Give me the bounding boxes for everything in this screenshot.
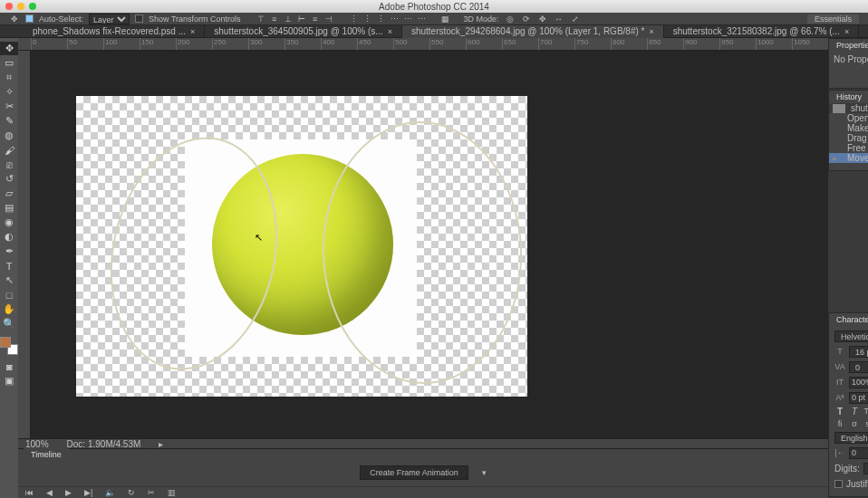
history-tab[interactable]: History [829,91,868,103]
workspace-switcher[interactable]: Essentials [807,14,859,24]
baseline-input[interactable] [849,392,868,404]
allcaps-button[interactable]: TT [863,407,868,417]
distribute-vcenter-icon[interactable]: ⋮ [362,14,373,24]
timeline-dropdown-icon[interactable]: ▾ [482,468,487,477]
healing-brush-tool[interactable]: ◍ [0,129,18,142]
vertical-ruler [18,51,31,438]
eyedropper-tool[interactable]: ✎ [0,114,18,128]
kerning-select[interactable]: 0 [849,361,868,373]
zoom-tool[interactable]: 🔍 [0,317,18,330]
close-tab-icon[interactable]: × [388,27,392,36]
digits-select[interactable]: Arabic (012... [863,463,868,474]
lasso-tool[interactable]: ⌗ [0,71,18,84]
properties-tab[interactable]: Properties [829,39,868,52]
quick-mask-toggle[interactable]: ◙ [0,359,18,373]
screen-mode-toggle[interactable]: ▣ [0,374,18,388]
distribute-right-icon[interactable]: ⋯ [417,14,428,24]
track-input[interactable] [849,447,868,459]
timeline-tab[interactable]: Timeline [24,448,69,461]
document-tab-3[interactable]: shutterstock_321580382.jpg @ 66.7% (...× [664,25,859,38]
bold-button[interactable]: T [834,407,845,417]
align-vcenter-icon[interactable]: ≡ [269,14,280,24]
play-button[interactable]: ▶ [65,488,72,497]
align-top-icon[interactable]: ⊤ [256,14,266,24]
3d-pan-icon[interactable]: ✥ [537,14,548,24]
close-window-button[interactable] [5,3,13,10]
history-brush-tool[interactable]: ↺ [0,172,18,186]
move-tool[interactable]: ✥ [0,42,18,55]
font-size-select[interactable]: 16 pt [849,346,868,358]
ligatures-button[interactable]: fi [834,419,845,428]
clone-stamp-tool[interactable]: ⎚ [0,158,18,171]
distribute-left-icon[interactable]: ⋯ [390,14,400,24]
show-transform-checkbox[interactable] [135,14,143,23]
3d-scale-icon[interactable]: ⤢ [570,14,581,24]
align-left-icon[interactable]: ⊢ [296,14,307,24]
canvas-viewport[interactable]: ↖ [31,51,828,438]
path-selection-tool[interactable]: ↖ [0,273,18,287]
align-right-icon[interactable]: ⊣ [323,14,334,24]
language-select[interactable]: English: UK [834,432,868,444]
image-layer[interactable] [185,139,417,357]
pen-tool[interactable]: ✒ [0,244,18,258]
status-popup-icon[interactable]: ▸ [159,439,163,449]
magic-wand-tool[interactable]: ✧ [0,85,18,99]
3d-orbit-icon[interactable]: ◎ [505,14,516,24]
auto-select-checkbox[interactable] [25,14,34,23]
minimize-window-button[interactable] [17,3,24,10]
first-frame-button[interactable]: ⏮ [25,488,34,497]
distribute-bottom-icon[interactable]: ⋮ [376,14,387,24]
auto-select-label: Auto-Select: [39,14,83,24]
close-tab-icon[interactable]: × [844,27,849,36]
crop-tool[interactable]: ✂ [0,100,18,113]
distribute-top-icon[interactable]: ⋮ [349,14,360,24]
brush-tool[interactable]: 🖌 [0,143,18,157]
rectangular-marquee-tool[interactable]: ▭ [0,56,18,70]
digits-label: Digits: [834,464,860,474]
align-hcenter-icon[interactable]: ≡ [310,14,321,24]
document-canvas[interactable]: ↖ [76,96,527,397]
transition-button[interactable]: ▥ [168,488,176,497]
dodge-tool[interactable]: ◐ [0,230,18,244]
document-tab-1[interactable]: shutterstock_364500905.jpg @ 100% (s...× [205,25,402,38]
italic-button[interactable]: T [849,407,860,417]
gradient-tool[interactable]: ▤ [0,201,18,215]
history-step[interactable]: ▸Move [829,153,868,163]
history-step[interactable]: Make Layer [829,123,868,133]
audio-button[interactable]: 🔈 [105,488,115,497]
stylistic-button[interactable]: st [863,419,868,428]
blur-tool[interactable]: ◉ [0,215,18,229]
vscale-input[interactable] [849,377,868,388]
prev-frame-button[interactable]: ◀ [46,488,53,497]
justification-checkbox[interactable] [834,480,843,488]
3d-roll-icon[interactable]: ⟳ [521,14,532,24]
create-frame-animation-button[interactable]: Create Frame Animation [360,465,468,480]
split-button[interactable]: ✂ [148,488,155,497]
character-tab[interactable]: Character [829,313,868,326]
font-family-select[interactable]: Helvetica Neue W... [834,330,868,342]
auto-select-mode[interactable]: Layer [89,14,130,24]
rectangle-tool[interactable]: □ [0,288,18,302]
history-snapshot[interactable]: shutterstock_294268604.jpg [829,103,868,113]
next-frame-button[interactable]: ▶| [84,488,92,497]
history-step[interactable]: Open [829,113,868,123]
close-tab-icon[interactable]: × [649,27,653,36]
hand-tool[interactable]: ✋ [0,302,18,316]
document-tab-0[interactable]: phone_Shadows fix-Recovered.psd ...× [24,25,205,38]
oldstyle-button[interactable]: σ [849,419,860,428]
loop-button[interactable]: ↻ [128,488,135,497]
auto-align-icon[interactable]: ▦ [440,14,451,24]
color-swatches[interactable] [0,337,18,355]
eraser-tool[interactable]: ▱ [0,187,18,200]
distribute-hcenter-icon[interactable]: ⋯ [403,14,414,24]
history-step[interactable]: Drag Layer [829,133,868,143]
track-icon2: |← [834,448,845,457]
type-tool[interactable]: T [0,259,18,273]
close-tab-icon[interactable]: × [190,27,195,36]
zoom-window-button[interactable] [29,3,36,10]
ruler-mark: 800 [611,38,647,50]
align-bottom-icon[interactable]: ⊥ [283,14,294,24]
document-tab-2[interactable]: shutterstock_294268604.jpg @ 100% (Layer… [402,25,664,38]
history-step[interactable]: Free Transform [829,143,868,153]
3d-slide-icon[interactable]: ↔ [554,14,564,24]
